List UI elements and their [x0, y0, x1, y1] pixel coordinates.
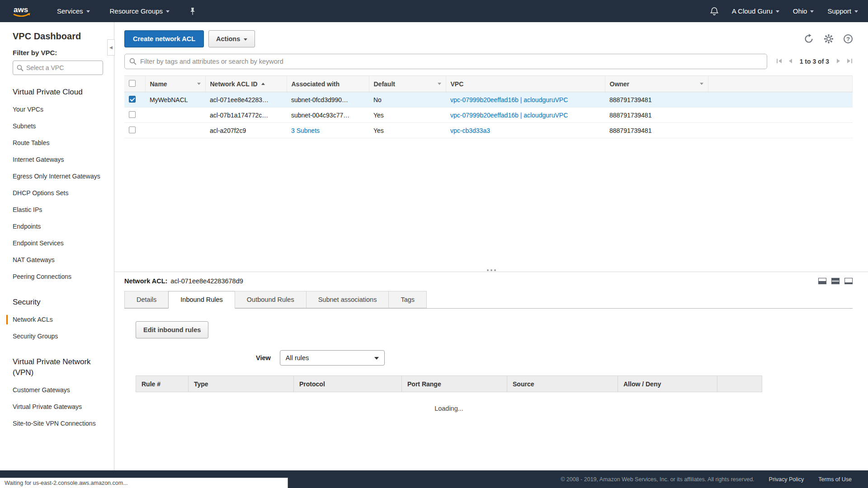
- subnets-link[interactable]: 3 Subnets: [291, 127, 320, 134]
- gear-icon: [824, 34, 834, 44]
- sidebar-item-virtual-private-gateways[interactable]: Virtual Private Gateways: [13, 399, 103, 415]
- tab-outbound-rules[interactable]: Outbound Rules: [235, 291, 307, 308]
- rules-col-type[interactable]: Type: [189, 376, 294, 392]
- loading-indicator: Loading...: [136, 405, 762, 412]
- sidebar-item-subnets[interactable]: Subnets: [13, 118, 103, 135]
- actions-button[interactable]: Actions: [208, 30, 255, 47]
- col-header-default[interactable]: Default: [369, 76, 446, 92]
- account-menu[interactable]: A Cloud Guru: [732, 7, 779, 15]
- previous-page-button[interactable]: [788, 57, 793, 66]
- vpc-link[interactable]: vpc-07999b20eeffad16b | acloudguruVPC: [450, 96, 568, 103]
- panel-splitter[interactable]: [114, 272, 868, 272]
- main-content: Create network ACL Actions: [114, 22, 868, 470]
- vpc-link[interactable]: vpc-07999b20eeffad16b | acloudguruVPC: [450, 112, 568, 119]
- pagination: 1 to 3 of 3: [776, 57, 853, 66]
- sidebar-item-site-to-site-vpn-connections[interactable]: Site-to-Site VPN Connections: [13, 415, 103, 432]
- sidebar-item-your-vpcs[interactable]: Your VPCs: [13, 101, 103, 118]
- vpc-filter-input[interactable]: [26, 64, 99, 71]
- terms-of-use-link[interactable]: Terms of Use: [818, 476, 852, 483]
- row-checkbox[interactable]: [129, 127, 136, 133]
- pane-minimize-icon[interactable]: [844, 278, 853, 284]
- detail-panel-label: Network ACL:: [124, 277, 167, 285]
- rules-col-port-range[interactable]: Port Range: [402, 376, 507, 392]
- detail-panel: Network ACL: acl-071ee8e42283678d9 Detai…: [124, 272, 853, 412]
- tab-inbound-rules[interactable]: Inbound Rules: [168, 291, 235, 309]
- view-select[interactable]: All rules: [280, 350, 385, 366]
- pane-layout-controls: [818, 278, 853, 284]
- sidebar-item-egress-only-internet-gateways[interactable]: Egress Only Internet Gateways: [13, 168, 103, 185]
- section-title-vpc: Virtual Private Cloud: [13, 87, 103, 98]
- first-page-button[interactable]: [776, 57, 783, 66]
- table-search-input[interactable]: [140, 58, 762, 65]
- col-header-owner[interactable]: Owner: [605, 76, 708, 92]
- sidebar-item-customer-gateways[interactable]: Customer Gateways: [13, 382, 103, 399]
- table-row[interactable]: MyWebNACL acl-071ee8e42283… subnet-0fcd3…: [124, 92, 853, 108]
- col-header-filler: [708, 76, 853, 92]
- tab-subnet-associations[interactable]: Subnet associations: [306, 291, 389, 308]
- pane-split-icon[interactable]: [831, 278, 840, 284]
- sidebar-item-elastic-ips[interactable]: Elastic IPs: [13, 202, 103, 218]
- region-menu[interactable]: Ohio: [793, 7, 814, 15]
- privacy-policy-link[interactable]: Privacy Policy: [769, 476, 804, 483]
- top-navigation-bar: aws Services Resource Groups: [0, 0, 868, 22]
- toolbar: Create network ACL Actions: [124, 30, 853, 47]
- aws-logo[interactable]: aws: [10, 4, 33, 18]
- col-header-vpc[interactable]: VPC: [446, 76, 605, 92]
- search-icon: [17, 65, 24, 71]
- col-header-name[interactable]: Name: [145, 76, 205, 92]
- cell-default: Yes: [369, 108, 446, 123]
- edit-inbound-rules-button[interactable]: Edit inbound rules: [136, 321, 208, 338]
- sidebar-item-endpoints[interactable]: Endpoints: [13, 218, 103, 235]
- detail-panel-acl-id: acl-071ee8e42283678d9: [170, 277, 243, 285]
- tab-tags[interactable]: Tags: [388, 291, 427, 308]
- table-search-wrapper: [124, 54, 767, 69]
- refresh-button[interactable]: [804, 34, 814, 44]
- cell-name: [145, 108, 205, 123]
- rules-col-rule-number[interactable]: Rule #: [136, 376, 189, 392]
- col-header-network-acl-id[interactable]: Network ACL ID: [205, 76, 287, 92]
- sidebar-item-network-acls[interactable]: Network ACLs: [13, 311, 103, 328]
- vpc-link[interactable]: vpc-cb3d33a3: [450, 127, 490, 134]
- select-all-checkbox[interactable]: [129, 80, 136, 87]
- rules-col-source[interactable]: Source: [507, 376, 618, 392]
- refresh-icon: [804, 34, 814, 44]
- rules-col-allow-deny[interactable]: Allow / Deny: [618, 376, 717, 392]
- services-menu[interactable]: Services: [57, 7, 90, 15]
- filter-bar: 1 to 3 of 3: [124, 54, 853, 69]
- settings-button[interactable]: [824, 34, 834, 44]
- row-checkbox[interactable]: [129, 111, 136, 118]
- pane-maximize-icon[interactable]: [818, 278, 826, 284]
- security-nav-list: Network ACLs Security Groups: [13, 311, 103, 345]
- table-row[interactable]: acl-07b1a174772c… subnet-004c93c77… Yes …: [124, 108, 853, 123]
- sidebar-item-endpoint-services[interactable]: Endpoint Services: [13, 235, 103, 252]
- network-acl-table: Name Network ACL ID Associated with Defa…: [124, 75, 853, 138]
- view-select-value: All rules: [286, 354, 309, 361]
- sidebar-item-security-groups[interactable]: Security Groups: [13, 328, 103, 345]
- help-button[interactable]: ?: [844, 34, 853, 43]
- page-title: VPC Dashboard: [13, 31, 109, 42]
- account-menu-label: A Cloud Guru: [732, 7, 773, 15]
- sidebar-item-dhcp-options-sets[interactable]: DHCP Options Sets: [13, 185, 103, 202]
- chevron-down-icon: [166, 10, 170, 13]
- cell-acl-id: acl-a207f2c9: [205, 123, 287, 138]
- resource-groups-menu[interactable]: Resource Groups: [110, 7, 170, 15]
- filter-arrow-icon: [197, 83, 201, 85]
- pin-shortcut-button[interactable]: [189, 7, 196, 15]
- sidebar-item-nat-gateways[interactable]: NAT Gateways: [13, 252, 103, 268]
- support-menu[interactable]: Support: [827, 7, 858, 15]
- sidebar-collapse-handle[interactable]: ◀: [107, 39, 115, 56]
- last-page-button[interactable]: [846, 57, 853, 66]
- tab-details[interactable]: Details: [124, 291, 169, 308]
- notifications-button[interactable]: [710, 7, 718, 16]
- cell-owner: 888791739481: [605, 108, 708, 123]
- sidebar-item-peering-connections[interactable]: Peering Connections: [13, 268, 103, 285]
- col-header-associated-with[interactable]: Associated with: [287, 76, 369, 92]
- rules-col-protocol[interactable]: Protocol: [294, 376, 402, 392]
- row-checkbox[interactable]: [129, 96, 136, 103]
- next-page-button[interactable]: [836, 57, 841, 66]
- sidebar-item-internet-gateways[interactable]: Internet Gateways: [13, 151, 103, 168]
- chevron-down-icon: [810, 10, 814, 13]
- sidebar-item-route-tables[interactable]: Route Tables: [13, 135, 103, 151]
- table-row[interactable]: acl-a207f2c9 3 Subnets Yes vpc-cb3d33a3 …: [124, 123, 853, 138]
- create-network-acl-button[interactable]: Create network ACL: [124, 30, 204, 47]
